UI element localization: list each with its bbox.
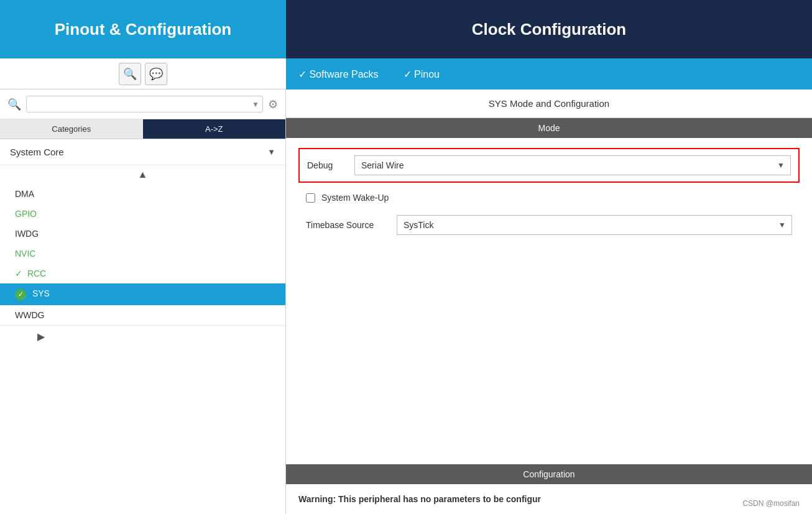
wake-up-checkbox[interactable] [306,193,315,203]
system-core-label: System Core [10,147,64,157]
debug-row: Debug Serial Wire JTAG (5 pins) JTAG (4 … [298,148,800,183]
sidebar-item-iwdg[interactable]: IWDG [0,224,285,244]
mode-body: Debug Serial Wire JTAG (5 pins) JTAG (4 … [286,138,812,251]
scroll-down-btn[interactable]: ▶ [0,325,285,347]
app-container: Pinout & Configuration Clock Configurati… [0,0,812,514]
chat-icon-btn[interactable]: 💬 [145,63,167,85]
timebase-row: Timebase Source SysTick ▼ [298,209,800,241]
debug-select-wrap: Serial Wire JTAG (5 pins) JTAG (4 pins) … [354,155,791,175]
sub-nav: ✓ Software Packs ✓ Pinou [286,58,812,89]
tab-az[interactable]: A->Z [143,119,286,139]
sidebar-item-sys[interactable]: ✓ SYS [0,283,285,305]
tab-categories[interactable]: Categories [0,119,143,139]
config-header: Configuration [286,464,812,484]
scroll-up-btn[interactable]: ▲ [0,165,285,184]
rcc-check-mark: ✓ [15,268,22,278]
pinout-header[interactable]: Pinout & Configuration [0,0,286,58]
mode-spacer [286,251,812,464]
sys-check-circle: ✓ [15,289,26,300]
debug-label: Debug [307,160,344,170]
search-input-wrap: ▼ [26,96,263,112]
wake-up-label: System Wake-Up [321,193,389,203]
main-content: 🔍 ▼ ⚙ Categories A->Z S [0,89,812,514]
mode-section: Mode Debug Serial Wire JTAG (5 pins) JTA… [286,118,812,251]
sidebar-item-gpio[interactable]: GPIO [0,204,285,224]
clock-header[interactable]: Clock Configuration [286,0,812,58]
search-dropdown-arrow: ▼ [252,100,259,109]
timebase-label: Timebase Source [306,220,387,230]
gear-icon[interactable]: ⚙ [268,98,278,111]
sidebar-item-rcc[interactable]: ✓ RCC [0,264,285,283]
wake-up-row: System Wake-Up [298,186,800,209]
pinout-nav[interactable]: ✓ Pinou [404,68,440,80]
software-packs-nav[interactable]: ✓ Software Packs [298,68,379,80]
top-header: Pinout & Configuration Clock Configurati… [0,0,812,58]
timebase-select-wrap: SysTick ▼ [397,215,792,235]
toolbar-icons: 🔍 💬 [0,58,286,89]
config-warning: Warning: This peripheral has no paramete… [298,494,541,504]
clock-title: Clock Configuration [472,20,626,39]
sidebar-item-nvic[interactable]: NVIC [0,244,285,264]
mode-header: Mode [286,118,812,138]
config-section: Configuration Warning: This peripheral h… [286,464,812,514]
search-row: 🔍 ▼ ⚙ [0,89,285,119]
sidebar: 🔍 ▼ ⚙ Categories A->Z S [0,89,286,514]
panel-title: SYS Mode and Configuration [286,89,812,118]
system-core-header[interactable]: System Core ▼ [0,139,285,165]
search-input[interactable] [26,96,263,112]
search-icon-btn[interactable]: 🔍 [119,63,141,85]
pinout-nav-label: ✓ Pinou [404,68,440,80]
watermark: CSDN @mosifan [742,499,800,508]
pinout-title: Pinout & Configuration [55,20,232,39]
software-packs-label: ✓ Software Packs [298,68,379,80]
search-icon: 🔍 [7,98,21,111]
system-core-chevron: ▼ [267,147,275,157]
debug-select[interactable]: Serial Wire JTAG (5 pins) JTAG (4 pins) … [354,155,791,175]
sub-header: 🔍 💬 ✓ Software Packs ✓ Pinou [0,58,812,89]
sidebar-item-dma[interactable]: DMA [0,184,285,204]
right-panel: SYS Mode and Configuration Mode Debug [286,89,812,514]
config-body: Warning: This peripheral has no paramete… [286,484,812,514]
sidebar-item-wwdg[interactable]: WWDG [0,305,285,325]
timebase-select[interactable]: SysTick [397,215,792,235]
category-tabs: Categories A->Z [0,119,285,139]
sidebar-list: System Core ▼ ▲ DMA GPIO IWDG [0,139,285,514]
right-panel-inner: Mode Debug Serial Wire JTAG (5 pins) JTA… [286,118,812,514]
